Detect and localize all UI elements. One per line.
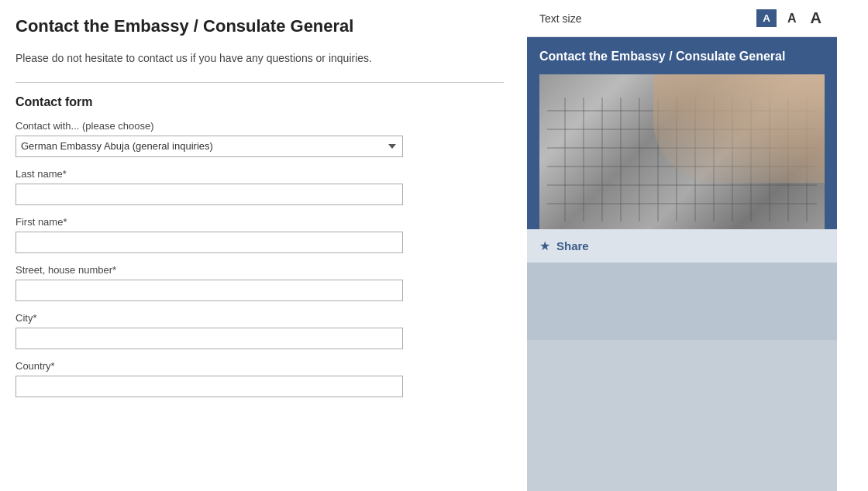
country-input[interactable] <box>16 376 403 397</box>
city-group: City* <box>16 312 504 349</box>
contact-with-label: Contact with... (please choose) <box>16 120 504 132</box>
page-title: Contact the Embassy / Consulate General <box>16 15 504 38</box>
keyboard-photo <box>539 74 825 229</box>
form-section-title: Contact form <box>16 95 504 109</box>
last-name-label: Last name* <box>16 168 504 180</box>
divider <box>16 82 504 83</box>
last-name-input[interactable] <box>16 184 403 205</box>
contact-with-select[interactable]: German Embassy Abuja (general inquiries) <box>16 136 403 157</box>
first-name-group: First name* <box>16 216 504 253</box>
sidebar-card: Contact the Embassy / Consulate General <box>527 37 837 229</box>
text-size-medium-button[interactable]: A <box>784 10 800 27</box>
sidebar: Text size A A A Contact the Embassy / Co… <box>527 0 837 491</box>
main-content: Contact the Embassy / Consulate General … <box>0 0 527 491</box>
text-size-small-button[interactable]: A <box>756 9 777 27</box>
city-input[interactable] <box>16 328 403 349</box>
page-description: Please do not hesitate to contact us if … <box>16 50 504 67</box>
country-label: Country* <box>16 360 504 372</box>
text-size-large-button[interactable]: A <box>808 8 825 29</box>
city-label: City* <box>16 312 504 324</box>
first-name-input[interactable] <box>16 232 403 253</box>
last-name-group: Last name* <box>16 168 504 205</box>
sidebar-background <box>527 263 837 340</box>
first-name-label: First name* <box>16 216 504 228</box>
street-input[interactable] <box>16 280 403 301</box>
sidebar-card-title: Contact the Embassy / Consulate General <box>539 48 825 65</box>
share-label: Share <box>556 239 589 252</box>
sidebar-image <box>539 74 825 229</box>
text-size-label: Text size <box>539 12 749 25</box>
country-group: Country* <box>16 360 504 397</box>
share-star-icon: ★ <box>539 239 550 253</box>
street-group: Street, house number* <box>16 264 504 301</box>
contact-with-group: Contact with... (please choose) German E… <box>16 120 504 157</box>
form-fields: Last name*First name*Street, house numbe… <box>16 168 504 397</box>
text-size-bar: Text size A A A <box>527 0 837 37</box>
street-label: Street, house number* <box>16 264 504 276</box>
share-bar[interactable]: ★ Share <box>527 229 837 263</box>
